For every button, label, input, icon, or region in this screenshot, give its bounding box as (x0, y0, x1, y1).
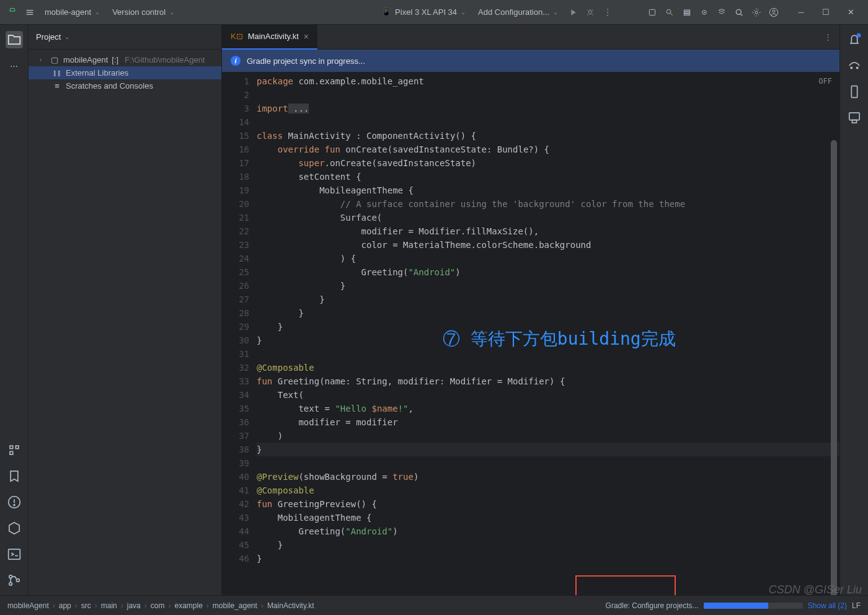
main-content: ⋯ Project ⌄ › ▢ mobileAgent [:] F:\Githu… (0, 25, 868, 595)
layout-inspector-icon[interactable] (680, 5, 694, 20)
info-icon: i (231, 56, 241, 66)
breadcrumb-item[interactable]: src (81, 601, 91, 610)
svg-line-23 (741, 14, 743, 15)
notification-text: Gradle project sync in progress... (247, 56, 365, 66)
svg-point-28 (851, 67, 852, 68)
search-icon[interactable] (732, 5, 746, 20)
android-logo-icon (5, 5, 20, 20)
tab-overflow-icon[interactable]: ⋮ (817, 32, 839, 42)
project-tool-icon[interactable] (6, 31, 23, 48)
tree-external-libs[interactable]: ⫿⫿ External Libraries (29, 66, 221, 79)
svg-point-37 (9, 575, 12, 578)
svg-rect-31 (849, 113, 859, 120)
caret-icon: › (40, 56, 46, 63)
breadcrumb-item[interactable]: main (101, 601, 117, 610)
attach-debugger-icon[interactable] (697, 5, 712, 20)
editor-scrollbar[interactable] (831, 140, 837, 595)
structure-icon[interactable] (6, 441, 23, 459)
titlebar: mobile-agent⌄ Version control⌄ 📱Pixel 3 … (0, 0, 868, 25)
show-all-tasks[interactable]: Show all (2) (808, 601, 847, 610)
profiler-icon[interactable] (662, 5, 677, 20)
settings-icon[interactable] (749, 5, 764, 20)
device-selector[interactable]: 📱Pixel 3 XL API 34⌄ (376, 5, 471, 19)
code-with-me-icon[interactable] (645, 5, 660, 20)
build-variants-icon[interactable] (6, 520, 23, 537)
emulator-icon[interactable] (846, 109, 863, 126)
svg-rect-32 (852, 120, 856, 123)
project-tree: › ▢ mobileAgent [:] F:\Github\mobileAgen… (29, 50, 221, 96)
breadcrumb-item[interactable]: mobile_agent (213, 601, 257, 610)
problems-icon[interactable] (6, 493, 23, 511)
chevron-down-icon: ⌄ (461, 9, 466, 15)
svg-rect-19 (684, 14, 689, 15)
main-menu-icon[interactable] (22, 5, 37, 20)
code-body[interactable]: OFF package com.example.mobile_agent imp… (257, 72, 839, 595)
svg-point-24 (755, 11, 758, 14)
minimize-button[interactable]: ─ (789, 3, 813, 22)
svg-point-35 (14, 505, 15, 506)
maximize-button[interactable]: ☐ (813, 3, 838, 22)
run-icon[interactable] (565, 5, 580, 20)
watermark: CSDN @GISer Liu (769, 583, 862, 596)
svg-rect-17 (684, 10, 689, 11)
bottom-left-tools (0, 441, 29, 595)
vcs-tool-icon[interactable] (6, 572, 23, 589)
breadcrumb-item[interactable]: example (174, 601, 202, 610)
more-icon[interactable] (600, 5, 615, 20)
scratches-icon: ≡ (52, 81, 62, 91)
close-tab-icon[interactable]: × (304, 32, 309, 42)
folder-icon: ▢ (50, 55, 60, 64)
tree-root[interactable]: › ▢ mobileAgent [:] F:\Github\mobileAgen… (29, 53, 221, 66)
editor-tabs: K⊡ MainActivity.kt × ⋮ (222, 25, 839, 50)
line-gutter: 1231415161718192021222324252627282930313… (222, 72, 257, 595)
kotlin-file-icon: K⊡ (231, 32, 243, 41)
vcs-selector[interactable]: Version control⌄ (107, 5, 179, 19)
account-icon[interactable] (766, 5, 781, 20)
chevron-down-icon: ⌄ (95, 9, 100, 15)
svg-point-1 (13, 9, 14, 10)
project-panel: Project ⌄ › ▢ mobileAgent [:] F:\Github\… (29, 25, 222, 595)
project-selector[interactable]: mobile-agent⌄ (40, 5, 105, 19)
run-config-selector[interactable]: Add Configuration...⌄ (473, 5, 563, 19)
svg-line-10 (592, 14, 593, 15)
editor-area: K⊡ MainActivity.kt × ⋮ i Gradle project … (222, 25, 839, 595)
sync-gradle-icon[interactable] (714, 5, 729, 20)
tree-scratches[interactable]: ≡ Scratches and Consoles (29, 79, 221, 92)
project-panel-header: Project ⌄ (29, 25, 221, 50)
svg-point-5 (588, 11, 591, 14)
bookmarks-icon[interactable] (6, 467, 23, 485)
notifications-icon[interactable] (846, 31, 863, 48)
chevron-down-icon[interactable]: ⌄ (64, 33, 69, 40)
breadcrumb-item[interactable]: MainActivity.kt (267, 601, 314, 610)
project-name: mobile-agent (45, 7, 91, 17)
chevron-down-icon: ⌄ (553, 9, 558, 15)
more-tools-icon[interactable]: ⋯ (6, 57, 23, 74)
device-icon: 📱 (381, 7, 391, 17)
svg-point-22 (736, 9, 741, 14)
breadcrumb-item[interactable]: java (127, 601, 141, 610)
breadcrumb-item[interactable]: app (59, 601, 71, 610)
debug-icon[interactable] (583, 5, 598, 20)
terminal-icon[interactable] (6, 546, 23, 563)
line-separator[interactable]: LF (852, 601, 861, 610)
gradle-icon[interactable] (846, 57, 863, 74)
breadcrumb-item[interactable]: mobileAgent (7, 601, 49, 610)
svg-point-11 (607, 9, 608, 10)
statusbar: mobileAgent›app›src›main›java›com›exampl… (0, 595, 868, 615)
window-controls: ─ ☐ ✕ (789, 3, 863, 22)
svg-point-13 (607, 14, 608, 15)
svg-point-21 (704, 12, 704, 12)
background-task[interactable]: Gradle: Configure projects... (606, 601, 699, 610)
sync-notification: i Gradle project sync in progress... (222, 50, 839, 72)
svg-line-8 (592, 9, 593, 11)
chevron-down-icon: ⌄ (169, 9, 174, 15)
device-manager-icon[interactable] (846, 83, 863, 100)
breadcrumb-item[interactable]: com (151, 601, 165, 610)
inspection-off-badge[interactable]: OFF (818, 74, 832, 88)
svg-rect-30 (851, 86, 857, 98)
close-button[interactable]: ✕ (838, 3, 863, 22)
file-tab-mainactivity[interactable]: K⊡ MainActivity.kt × (222, 25, 317, 50)
svg-point-27 (856, 33, 861, 38)
progress-bar[interactable] (704, 603, 803, 609)
code-editor[interactable]: 1231415161718192021222324252627282930313… (222, 72, 839, 595)
